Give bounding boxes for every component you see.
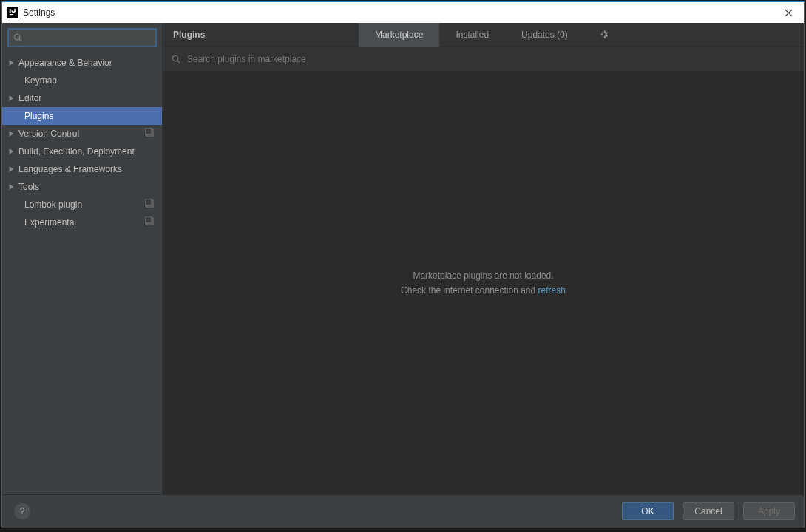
sidebar-item-label: Experimental [24, 217, 76, 228]
window-title: Settings [23, 7, 777, 18]
sidebar-item-label: Plugins [24, 111, 53, 121]
svg-point-2 [14, 34, 19, 39]
page-title: Plugins [163, 30, 359, 40]
ok-button[interactable]: OK [622, 502, 674, 520]
refresh-link[interactable]: refresh [538, 285, 566, 296]
svg-line-11 [177, 60, 180, 62]
svg-rect-9 [145, 216, 152, 223]
content-body: Marketplace plugins are not loaded. Chec… [163, 72, 804, 494]
empty-state-prefix: Check the internet connection and [401, 285, 538, 296]
chevron-right-icon [7, 184, 16, 190]
settings-sidebar: Appearance & Behavior Keymap Editor Plug… [2, 23, 163, 494]
gear-icon [599, 30, 610, 41]
sidebar-search[interactable] [8, 29, 156, 47]
content-area: Plugins Marketplace Installed Updates (0… [163, 23, 804, 494]
svg-point-10 [172, 55, 177, 61]
project-scope-icon [145, 216, 155, 228]
titlebar: IJ Settings [2, 2, 804, 23]
chevron-right-icon [7, 149, 16, 154]
apply-button[interactable]: Apply [743, 502, 795, 520]
sidebar-item-tools[interactable]: Tools [2, 178, 162, 196]
sidebar-item-label: Version Control [18, 129, 79, 139]
close-button[interactable] [777, 2, 799, 23]
project-scope-icon [145, 128, 155, 140]
cancel-button[interactable]: Cancel [683, 502, 734, 520]
help-button[interactable]: ? [14, 503, 30, 519]
sidebar-item-build-execution-deployment[interactable]: Build, Execution, Deployment [2, 143, 162, 160]
sidebar-item-keymap[interactable]: Keymap [2, 72, 162, 89]
sidebar-item-experimental[interactable]: Experimental [2, 214, 162, 231]
sidebar-item-label: Appearance & Behavior [18, 58, 112, 68]
sidebar-item-label: Lombok plugin [24, 200, 82, 210]
plugin-search[interactable] [163, 47, 804, 72]
sidebar-item-version-control[interactable]: Version Control [2, 125, 162, 143]
svg-rect-7 [145, 199, 152, 205]
sidebar-item-label: Languages & Frameworks [18, 164, 122, 174]
plugin-settings-button[interactable] [590, 30, 620, 41]
chevron-right-icon [7, 60, 16, 66]
app-icon: IJ [7, 7, 18, 18]
tab-installed[interactable]: Installed [439, 23, 505, 47]
tab-marketplace[interactable]: Marketplace [359, 23, 439, 47]
empty-state-line2: Check the internet connection and refres… [401, 285, 566, 296]
sidebar-item-label: Editor [18, 93, 41, 103]
plugin-tabs: Marketplace Installed Updates (0) [359, 23, 584, 47]
plugin-search-input[interactable] [187, 54, 795, 64]
sidebar-item-plugins[interactable]: Plugins [2, 107, 162, 125]
sidebar-item-lombok-plugin[interactable]: Lombok plugin [2, 196, 162, 214]
sidebar-item-editor[interactable]: Editor [2, 89, 162, 107]
sidebar-item-appearance-behavior[interactable]: Appearance & Behavior [2, 54, 162, 72]
chevron-right-icon [7, 95, 16, 101]
sidebar-item-languages-frameworks[interactable]: Languages & Frameworks [2, 160, 162, 178]
sidebar-item-label: Keymap [24, 75, 57, 86]
chevron-right-icon [7, 166, 16, 172]
svg-line-3 [19, 38, 21, 41]
settings-dialog: IJ Settings Appearance & Behavior Keymap [1, 1, 805, 528]
sidebar-item-label: Tools [18, 182, 39, 192]
search-icon [13, 33, 23, 43]
settings-tree: Appearance & Behavior Keymap Editor Plug… [2, 52, 162, 494]
svg-rect-5 [145, 128, 152, 134]
dialog-body: Appearance & Behavior Keymap Editor Plug… [2, 23, 804, 494]
dialog-footer: ? OK Cancel Apply [2, 494, 804, 528]
empty-state-line1: Marketplace plugins are not loaded. [413, 270, 553, 281]
svg-text:IJ: IJ [9, 9, 16, 15]
sidebar-item-label: Build, Execution, Deployment [18, 146, 135, 157]
sidebar-search-input[interactable] [26, 33, 151, 43]
content-header: Plugins Marketplace Installed Updates (0… [163, 23, 804, 47]
search-icon [172, 55, 181, 64]
project-scope-icon [145, 199, 155, 211]
tab-updates[interactable]: Updates (0) [505, 23, 584, 47]
chevron-right-icon [7, 131, 16, 137]
